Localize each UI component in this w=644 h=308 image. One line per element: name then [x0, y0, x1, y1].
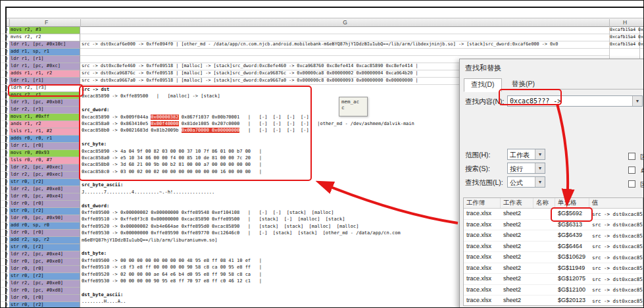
- asm-cell[interactable]: ldr r2, [pc, #0xe0]: [9, 280, 80, 288]
- result-row[interactable]: trace.xlsxsheet2$G$6464src -> dst0xcac85…: [464, 242, 643, 253]
- asm-cell[interactable]: ldr r1, [r1]: [9, 56, 80, 63]
- asm-cell[interactable]: ldr r2, [pc, #0xe8]: [9, 186, 80, 193]
- column-header-f[interactable]: F: [9, 19, 83, 27]
- search-order-label: 搜索(S):: [465, 165, 490, 174]
- tab-replace[interactable]: 替换(P): [505, 78, 542, 91]
- result-rc3: [533, 209, 555, 219]
- asm-cell[interactable]: ldr r3, [pc, #0xb8]: [9, 99, 80, 107]
- result-rc3: [533, 274, 555, 284]
- asm-cell[interactable]: lsls r1, r1, #2: [9, 128, 80, 136]
- asm-cell[interactable]: ldr r2, [pc, #0xec]: [9, 165, 80, 172]
- result-rc3: [533, 230, 555, 241]
- asm-cell[interactable]: movs r1, #0xff: [9, 114, 80, 121]
- column-header-h[interactable]: H: [609, 19, 640, 27]
- result-rc3: [533, 220, 555, 230]
- results-header-name[interactable]: 名称: [533, 198, 555, 208]
- result-rc2: sheet2: [501, 295, 533, 306]
- match-case-checkbox[interactable]: 区分大小写(C): [628, 150, 644, 162]
- result-rc2: sheet2: [501, 285, 533, 295]
- clipped-cell-e: e: [1, 157, 9, 165]
- results-header-cell[interactable]: 单元格: [555, 198, 589, 208]
- clipped-cell-e: e: [1, 302, 9, 308]
- asm-cell[interactable]: ldr r2, [pc, #0xec]: [9, 172, 80, 179]
- h-value-cell[interactable]: 0xcafb15a4 0x0000: [610, 27, 644, 34]
- search-order-select[interactable]: 按行 ▾: [507, 163, 545, 174]
- tab-find[interactable]: 查找(D): [464, 78, 502, 92]
- clipped-cell-e: e: [1, 237, 9, 244]
- clipped-cell-e: e: [1, 78, 9, 85]
- asm-cell[interactable]: eors r2, r1: [9, 92, 80, 99]
- match-cell-checkbox[interactable]: 单元格匹配(O): [628, 164, 644, 176]
- match-cell-label: 单元格匹配(O): [640, 167, 644, 174]
- find-what-input[interactable]: 0xcac85??? -> ▾: [507, 95, 643, 107]
- asm-cell[interactable]: ldr r0, [r0]: [9, 266, 80, 273]
- asm-cell[interactable]: mvns r2, r2: [9, 34, 80, 41]
- asm-cell[interactable]: ldr r0, [pc, #0xe0]: [9, 259, 80, 266]
- asm-cell[interactable]: ands r1, r2: [9, 121, 80, 128]
- result-row[interactable]: trace.xlsxsheet2$G$12075src -> dst0xcac8…: [464, 274, 643, 285]
- match-width-label: 区分全/半角(B): [640, 181, 644, 188]
- asm-cell[interactable]: str r0, [r2]: [9, 244, 80, 251]
- clipped-cell-e: e: [1, 128, 9, 136]
- results-header-sheet[interactable]: 工作表: [501, 198, 533, 208]
- scope-select[interactable]: 工作表 ▾: [507, 149, 545, 160]
- clipped-cell-e: e: [1, 288, 9, 295]
- result-row[interactable]: trace.xlsxsheet2$G$5692src -> dst0xcac85…: [464, 209, 643, 220]
- asm-cell[interactable]: ldr r0, [pc, #0x90]: [9, 215, 80, 222]
- trace-cell-row[interactable]: [80, 49, 609, 56]
- result-row[interactable]: trace.xlsxsheet2$G$11949src -> dst0xcac8…: [464, 263, 643, 274]
- result-row[interactable]: trace.xlsxsheet2$G$12100src -> dst0xcac8…: [464, 285, 643, 296]
- asm-cell[interactable]: ldr r1, [r0]: [9, 143, 80, 150]
- asm-cell[interactable]: ldr r2, [r3]: [9, 107, 80, 114]
- asm-cell[interactable]: adds r1, r1, r2: [9, 70, 80, 78]
- asm-cell[interactable]: add r2, sp, r2: [9, 237, 80, 244]
- result-rc5: src -> dst0xcac8589: [589, 242, 643, 252]
- asm-cell[interactable]: ldr r1, [pc, #0xc]: [9, 63, 80, 70]
- asm-cell[interactable]: add r1, sp, r1: [9, 49, 80, 56]
- asm-cell[interactable]: ldr r0, [pc, #0xe4]: [9, 193, 80, 201]
- result-rc5: src -> dst0xcac8589: [589, 230, 643, 241]
- asm-cell[interactable]: adds r0, r0, r1: [9, 136, 80, 143]
- asm-cell[interactable]: ldr r1, [r1]: [9, 78, 80, 85]
- result-row[interactable]: trace.xlsxsheet2$G$20123src -> dst0xcac8…: [464, 295, 643, 306]
- asm-cell[interactable]: ldr r0, [r0]: [9, 201, 80, 208]
- asm-cell[interactable]: ldr r0, [pc, #0xd8]: [9, 288, 80, 295]
- asm-cell[interactable]: str r0, [r2]: [9, 302, 80, 308]
- clipped-cell-e: e: [1, 172, 9, 179]
- dialog-title: 查找和替换: [460, 59, 644, 76]
- h-value-cell[interactable]: 0xcafb15a4 0x0000: [610, 41, 644, 49]
- asm-cell[interactable]: ldrh r2, [r3]: [9, 85, 80, 92]
- results-header-workbook[interactable]: 工作簿: [464, 198, 501, 208]
- chevron-down-icon[interactable]: ▾: [632, 96, 642, 106]
- clipped-cell-e: e: [1, 244, 9, 251]
- result-rc4: $G$20123: [555, 295, 589, 306]
- asm-cell[interactable]: ldr r1, [pc, #0x10c]: [9, 41, 80, 49]
- h-value-cell[interactable]: 0xcafb15a4 0x0000: [610, 34, 644, 41]
- asm-cell[interactable]: movs r0, #0x93: [9, 150, 80, 157]
- asm-cell[interactable]: ldr r0, [r0]: [9, 230, 80, 237]
- asm-cell[interactable]: add r0, sp, r0: [9, 222, 80, 230]
- match-width-checkbox[interactable]: 区分全/半角(B): [628, 178, 644, 190]
- asm-cell[interactable]: movs r2, #3: [9, 27, 80, 34]
- trace-cell-row[interactable]: [80, 34, 609, 41]
- search-order-value: 按行: [510, 165, 523, 174]
- asm-cell[interactable]: lsls r0, r0, #7: [9, 157, 80, 165]
- asm-cell[interactable]: ldr r0, [r0]: [9, 295, 80, 302]
- result-row[interactable]: trace.xlsxsheet2$G$6439src -> dst0xcac85…: [464, 230, 643, 242]
- results-header-value[interactable]: 值: [589, 198, 643, 208]
- asm-cell[interactable]: str r0, [r2]: [9, 179, 80, 186]
- trace-cell-row[interactable]: [80, 27, 609, 34]
- asm-cell[interactable]: ldr r2, [pc, #0xe4]: [9, 251, 80, 259]
- clipped-cell-e: e: [1, 259, 9, 266]
- trace-cell-row[interactable]: src -> dst0xcaf6e000 -> 0xffe894f0 | [ot…: [80, 41, 609, 49]
- result-rc3: [533, 252, 555, 263]
- asm-cell[interactable]: str r0, [r2]: [9, 273, 80, 280]
- clipped-cell-e: e: [1, 251, 9, 259]
- result-rc2: sheet2: [501, 220, 533, 230]
- column-header-g[interactable]: G: [80, 19, 609, 27]
- clipped-cell-e: e: [1, 280, 9, 288]
- asm-cell[interactable]: str r0, [r2]: [9, 208, 80, 215]
- result-row[interactable]: trace.xlsxsheet2$G$6313src -> dst0xcac85…: [464, 220, 643, 231]
- result-row[interactable]: trace.xlsxsheet2$G$10629src -> dst0xcac8…: [464, 252, 643, 263]
- look-in-select[interactable]: 公式 ▾: [507, 176, 545, 188]
